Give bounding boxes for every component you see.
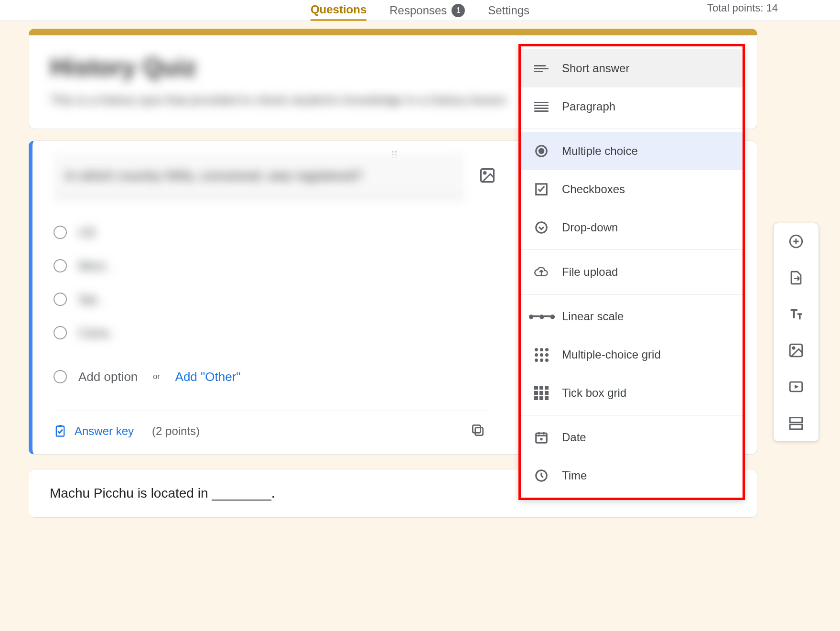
radio-icon — [54, 293, 67, 306]
radio-icon — [534, 144, 549, 158]
checkbox-icon — [534, 182, 549, 196]
type-label: Checkboxes — [562, 183, 625, 196]
import-questions-button[interactable] — [786, 268, 806, 287]
tab-responses[interactable]: Responses 1 — [389, 0, 465, 21]
type-option-checkboxes[interactable]: Checkboxes — [521, 170, 743, 208]
svg-point-9 — [536, 222, 547, 233]
calendar-icon — [534, 430, 549, 445]
type-option-tick-box-grid[interactable]: Tick box grid — [521, 374, 743, 412]
add-section-button[interactable] — [786, 413, 806, 433]
svg-rect-11 — [540, 438, 543, 440]
tab-questions[interactable]: Questions — [311, 0, 366, 21]
tab-label: Responses — [389, 5, 447, 16]
plus-circle-icon — [788, 233, 804, 250]
type-label: Multiple-choice grid — [562, 348, 661, 361]
duplicate-button[interactable] — [470, 423, 485, 440]
video-icon — [788, 379, 804, 395]
add-option-link[interactable]: Add option — [78, 370, 138, 384]
tabs: Questions Responses 1 Settings — [311, 0, 529, 21]
divider — [54, 411, 489, 411]
type-label: Time — [562, 469, 587, 482]
type-label: Drop-down — [562, 221, 618, 234]
tab-settings[interactable]: Settings — [488, 0, 529, 21]
responses-count-badge: 1 — [452, 4, 465, 17]
tab-label: Settings — [488, 5, 529, 16]
type-label: File upload — [562, 265, 618, 279]
type-label: Paragraph — [562, 100, 615, 113]
option-row[interactable]: Mexi.. — [54, 249, 489, 283]
points-label: (2 points) — [152, 424, 200, 438]
answer-key-label: Answer key — [75, 424, 134, 438]
or-text: or — [153, 372, 160, 381]
option-text[interactable]: Mexi.. — [78, 259, 111, 273]
radio-icon — [54, 370, 67, 383]
radio-icon — [54, 259, 67, 272]
text-icon — [788, 306, 804, 322]
question-input-wrap — [54, 154, 464, 198]
svg-rect-18 — [790, 424, 802, 429]
type-option-file-upload[interactable]: File upload — [521, 253, 743, 291]
square-grid-icon — [534, 386, 549, 400]
question-text-input[interactable] — [54, 154, 464, 198]
add-option-row: Add option or Add "Other" — [54, 360, 489, 393]
option-text[interactable]: US — [78, 225, 96, 240]
dropdown-icon — [534, 220, 549, 235]
clipboard-check-icon — [54, 424, 67, 438]
import-icon — [788, 270, 804, 286]
svg-rect-17 — [790, 418, 802, 423]
options-list: US Mexi.. Spi.. Cana.. Add option or Add… — [54, 216, 489, 393]
type-option-short-answer[interactable]: Short answer — [521, 49, 743, 87]
option-row[interactable]: Cana.. — [54, 316, 489, 349]
svg-rect-5 — [473, 425, 480, 433]
clock-icon — [534, 468, 549, 483]
add-image-button[interactable] — [479, 167, 496, 184]
answer-key-button[interactable]: Answer key — [54, 424, 134, 438]
top-bar: Questions Responses 1 Settings Total poi… — [0, 0, 840, 21]
radio-icon — [54, 226, 67, 239]
cloud-upload-icon — [534, 265, 549, 279]
option-row[interactable]: Spi.. — [54, 283, 489, 316]
type-option-multiple-choice[interactable]: Multiple choice — [521, 132, 743, 170]
svg-rect-3 — [59, 425, 62, 427]
type-label: Linear scale — [562, 310, 624, 323]
svg-rect-4 — [475, 428, 483, 435]
linear-scale-icon: ●━●━● — [534, 309, 549, 324]
short-answer-icon — [534, 61, 549, 76]
copy-icon — [470, 423, 485, 438]
type-option-linear-scale[interactable]: ●━●━● Linear scale — [521, 297, 743, 336]
image-icon — [788, 342, 804, 359]
section-icon — [788, 415, 804, 431]
paragraph-icon — [534, 99, 549, 114]
add-other-link[interactable]: Add "Other" — [175, 370, 241, 384]
question-type-dropdown[interactable]: Short answer Paragraph Multiple choice C… — [518, 44, 745, 500]
type-label: Date — [562, 431, 586, 444]
add-title-button[interactable] — [786, 305, 806, 324]
svg-point-15 — [793, 347, 795, 349]
type-label: Short answer — [562, 62, 629, 75]
option-text[interactable]: Spi.. — [78, 292, 103, 307]
add-image-button[interactable] — [786, 341, 806, 360]
type-option-time[interactable]: Time — [521, 457, 743, 495]
option-row[interactable]: US — [54, 216, 489, 249]
svg-point-1 — [484, 172, 486, 174]
dot-grid-icon — [534, 348, 549, 362]
type-option-dropdown[interactable]: Drop-down — [521, 208, 743, 247]
radio-icon — [54, 326, 67, 339]
question-row — [54, 154, 489, 198]
add-video-button[interactable] — [786, 377, 806, 396]
floating-toolbar — [773, 223, 819, 442]
type-option-multiple-choice-grid[interactable]: Multiple-choice grid — [521, 336, 743, 374]
svg-point-7 — [538, 148, 545, 154]
type-option-date[interactable]: Date — [521, 418, 743, 457]
total-points: Total points: 14 — [707, 2, 778, 14]
image-icon — [479, 167, 496, 184]
question-footer: Answer key (2 points) — [54, 423, 489, 440]
add-question-button[interactable] — [786, 232, 806, 251]
type-label: Tick box grid — [562, 386, 626, 400]
tab-label: Questions — [311, 4, 366, 15]
type-option-paragraph[interactable]: Paragraph — [521, 87, 743, 126]
type-label: Multiple choice — [562, 144, 638, 158]
option-text[interactable]: Cana.. — [78, 326, 115, 340]
